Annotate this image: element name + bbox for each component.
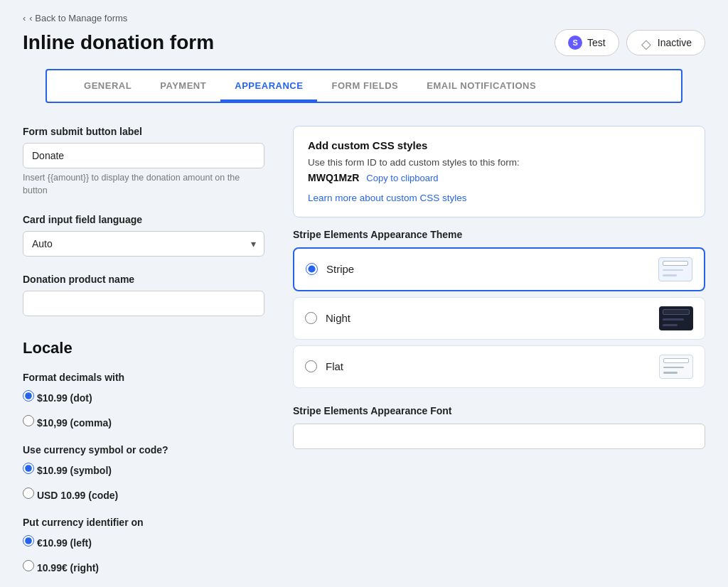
currency-right-text: 10.99€ (right): [37, 562, 99, 573]
preview-bar-2: [663, 274, 677, 276]
theme-stripe-preview: [658, 257, 692, 281]
currency-left-option[interactable]: €10.99 (left): [23, 535, 264, 549]
page-title: Inline donation form: [23, 31, 214, 54]
preview-input-dark-1: [663, 309, 690, 315]
header-actions: S Test Inactive: [555, 29, 705, 56]
format-decimals-group: Format decimals with $10.99 (dot) $10,99…: [23, 372, 264, 434]
form-id-row: MWQ1MzR Copy to clipboard: [308, 172, 690, 183]
back-arrow-icon: ‹: [23, 13, 26, 23]
currency-symbol-text: $10.99 (symbol): [37, 465, 112, 476]
locale-title: Locale: [23, 339, 264, 357]
test-label: Test: [587, 37, 606, 48]
custom-css-desc: Use this form ID to add custom styles to…: [308, 157, 690, 168]
donation-product-input[interactable]: [23, 291, 264, 316]
theme-flat-preview: [659, 355, 693, 379]
card-language-group: Card input field language Auto English F…: [23, 214, 264, 257]
right-column: Add custom CSS styles Use this form ID t…: [293, 126, 705, 579]
header-area: ‹ ‹ Back to Manage forms Inline donation…: [0, 0, 728, 103]
currency-symbol-option[interactable]: $10.99 (symbol): [23, 463, 264, 476]
form-submit-label: Form submit button label: [23, 126, 264, 137]
currency-position-label: Put currency identifier on: [23, 517, 264, 528]
card-language-select-wrapper: Auto English French German Spanish ▾: [23, 231, 264, 257]
theme-stripe-radio[interactable]: [306, 263, 318, 275]
currency-symbol-radio-group: $10.99 (symbol) USD 10.99 (code): [23, 463, 264, 507]
theme-flat-label: Flat: [326, 360, 343, 372]
inactive-label: Inactive: [658, 37, 692, 48]
currency-code-radio[interactable]: [23, 488, 34, 499]
stripe-font-input[interactable]: [293, 424, 705, 449]
preview-bar-dark-1: [663, 318, 684, 321]
decimals-comma-label: $10,99 (comma): [37, 417, 112, 429]
custom-css-title: Add custom CSS styles: [308, 139, 690, 151]
currency-right-option[interactable]: 10.99€ (right): [23, 560, 264, 573]
tabs-bar: GENERAL PAYMENT APPEARANCE FORM FIELDS E…: [46, 69, 682, 103]
theme-stripe-label: Stripe: [326, 263, 354, 275]
preview-input-flat-1: [663, 358, 689, 363]
currency-symbol-label: Use currency symbol or code?: [23, 444, 264, 456]
theme-night-label: Night: [326, 312, 350, 324]
theme-night-preview: [659, 306, 693, 330]
main-content: Form submit button label Insert {{amount…: [0, 103, 728, 587]
stripe-font-group: Stripe Elements Appearance Font: [293, 405, 705, 449]
theme-stripe-left: Stripe: [306, 263, 354, 275]
currency-position-group: Put currency identifier on €10.99 (left)…: [23, 517, 264, 579]
decimals-dot-radio[interactable]: [23, 390, 34, 402]
donation-product-group: Donation product name: [23, 274, 264, 316]
page-container: ‹ ‹ Back to Manage forms Inline donation…: [0, 0, 728, 587]
stripe-theme-section: Stripe Elements Appearance Theme Stripe: [293, 229, 705, 394]
form-id: MWQ1MzR: [308, 172, 359, 183]
decimals-dot-label: $10.99 (dot): [37, 392, 92, 404]
theme-flat-option[interactable]: Flat: [293, 345, 705, 388]
donation-product-label: Donation product name: [23, 274, 264, 285]
back-link-text: ‹ Back to Manage forms: [29, 13, 127, 23]
header-row: Inline donation form S Test Inactive: [23, 29, 705, 56]
card-language-label: Card input field language: [23, 214, 264, 225]
stripe-font-title: Stripe Elements Appearance Font: [293, 405, 705, 416]
currency-code-option[interactable]: USD 10.99 (code): [23, 488, 264, 501]
preview-input-1: [663, 261, 688, 266]
decimals-comma-option[interactable]: $10,99 (comma): [23, 415, 264, 429]
preview-bar-flat-2: [663, 372, 678, 374]
tab-appearance[interactable]: APPEARANCE: [220, 70, 317, 102]
format-decimals-label: Format decimals with: [23, 372, 264, 383]
format-decimals-radio-group: $10.99 (dot) $10,99 (comma): [23, 390, 264, 434]
preview-bar-dark-2: [663, 324, 678, 326]
locale-section: Locale Format decimals with $10.99 (dot)…: [23, 339, 264, 579]
currency-left-text: €10.99 (left): [37, 537, 92, 549]
card-language-select[interactable]: Auto English French German Spanish: [23, 231, 264, 257]
form-submit-group: Form submit button label Insert {{amount…: [23, 126, 264, 197]
theme-flat-radio[interactable]: [305, 360, 317, 372]
currency-symbol-group: Use currency symbol or code? $10.99 (sym…: [23, 444, 264, 507]
decimals-comma-radio[interactable]: [23, 415, 34, 426]
learn-more-link[interactable]: Learn more about custom CSS styles: [308, 192, 690, 205]
left-column: Form submit button label Insert {{amount…: [23, 126, 264, 579]
form-submit-input[interactable]: [23, 143, 264, 168]
inactive-button[interactable]: Inactive: [626, 30, 705, 55]
preview-bar-flat-1: [663, 367, 684, 369]
theme-night-radio[interactable]: [305, 312, 317, 324]
tab-payment[interactable]: PAYMENT: [146, 70, 220, 102]
test-button[interactable]: S Test: [555, 29, 619, 56]
stripe-theme-title: Stripe Elements Appearance Theme: [293, 229, 705, 240]
preview-bar-1: [663, 269, 683, 271]
tab-form-fields[interactable]: FORM FIELDS: [317, 70, 412, 102]
theme-stripe-option[interactable]: Stripe: [293, 247, 705, 291]
currency-left-radio[interactable]: [23, 535, 34, 546]
decimals-dot-option[interactable]: $10.99 (dot): [23, 390, 264, 404]
theme-night-option[interactable]: Night: [293, 297, 705, 340]
form-submit-hint: Insert {{amount}} to display the donatio…: [23, 172, 264, 197]
stripe-s-icon: S: [568, 36, 582, 50]
theme-flat-left: Flat: [305, 360, 343, 372]
diamond-icon: [640, 36, 653, 49]
currency-position-radio-group: €10.99 (left) 10.99€ (right): [23, 535, 264, 579]
tab-general[interactable]: GENERAL: [70, 70, 146, 102]
copy-to-clipboard-link[interactable]: Copy to clipboard: [366, 173, 438, 183]
back-link[interactable]: ‹ ‹ Back to Manage forms: [23, 13, 705, 23]
tab-email-notifications[interactable]: EMAIL NOTIFICATIONS: [412, 70, 550, 102]
custom-css-box: Add custom CSS styles Use this form ID t…: [293, 126, 705, 217]
theme-night-left: Night: [305, 312, 350, 324]
currency-code-text: USD 10.99 (code): [37, 490, 118, 501]
currency-right-radio[interactable]: [23, 560, 34, 571]
currency-symbol-radio[interactable]: [23, 463, 34, 474]
